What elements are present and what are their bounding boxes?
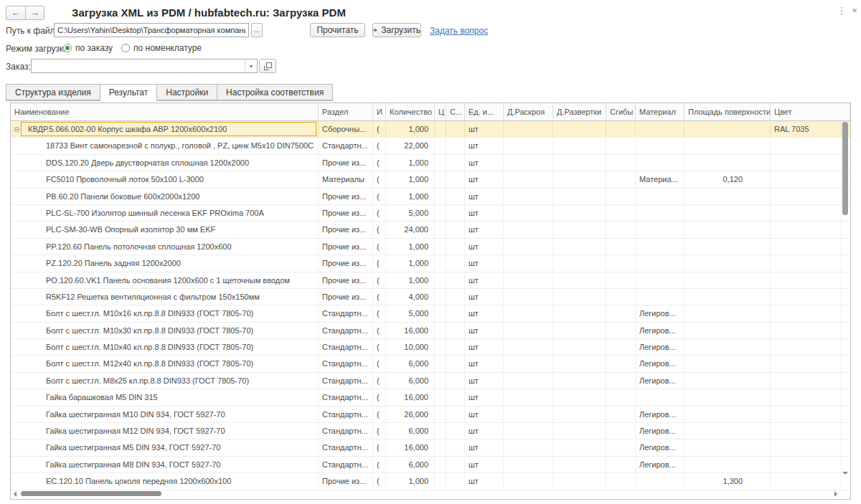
cell-material[interactable]	[636, 189, 684, 204]
cell-razvertka[interactable]	[553, 272, 606, 288]
table-row[interactable]: PZ.120.20 Панель задняя 1200х2000Прочие …	[11, 255, 850, 272]
cell-area[interactable]	[684, 255, 771, 271]
cell-sgiby[interactable]	[606, 389, 636, 405]
cell-raskroy[interactable]	[504, 272, 553, 288]
cell-c[interactable]	[435, 305, 446, 321]
cell-razdel[interactable]: Сборочны...	[319, 121, 373, 137]
cell-sgiby[interactable]	[606, 255, 636, 271]
cell-name[interactable]: Болт с шест.гл. М10х16 кл.пр.8.8 DIN933 …	[11, 305, 319, 321]
cell-qty[interactable]: 16,000	[386, 323, 435, 338]
cell-raskroy[interactable]	[504, 239, 553, 255]
cell-color[interactable]	[771, 323, 842, 338]
table-row[interactable]: Болт с шест.гл. М10х16 кл.пр.8.8 DIN933 …	[11, 305, 850, 322]
table-row[interactable]: PLC-SL-700 Изолятор шинный лесенка EKF P…	[11, 205, 850, 222]
cell-razvertka[interactable]	[553, 205, 606, 221]
cell-qty[interactable]: 6,000	[386, 457, 435, 472]
cell-raskroy[interactable]	[504, 171, 553, 187]
cell-razvertka[interactable]	[553, 138, 606, 153]
cell-s[interactable]	[446, 155, 465, 171]
horizontal-scrollbar-thumb[interactable]	[21, 491, 161, 496]
cell-raskroy[interactable]	[504, 457, 553, 472]
cell-razdel[interactable]: Стандартн...	[319, 423, 373, 439]
cell-izm[interactable]: (	[373, 239, 386, 255]
cell-razdel[interactable]: Стандартн...	[319, 339, 373, 355]
cell-c[interactable]	[435, 255, 446, 271]
cell-qty[interactable]: 6,000	[386, 373, 435, 389]
cell-name[interactable]: ⊖КВДР.5.066.002-00 Корпус шкафа АВР 1200…	[11, 121, 319, 137]
cell-material[interactable]	[636, 473, 684, 489]
cell-raskroy[interactable]	[504, 439, 553, 455]
cell-color[interactable]	[771, 423, 842, 439]
cell-s[interactable]	[446, 138, 465, 153]
table-row[interactable]: Болт с шест.гл. М10х40 кл.пр.8.8 DIN933 …	[11, 339, 850, 356]
cell-material[interactable]	[636, 272, 684, 288]
cell-raskroy[interactable]	[504, 255, 553, 271]
cell-izm[interactable]: (	[373, 373, 386, 389]
cell-c[interactable]	[435, 339, 446, 355]
cell-razdel[interactable]: Стандартн...	[319, 138, 373, 153]
cell-unit[interactable]: шт	[465, 155, 504, 171]
cell-razvertka[interactable]	[553, 423, 606, 439]
horizontal-scrollbar[interactable]	[11, 489, 840, 498]
cell-s[interactable]	[446, 457, 465, 472]
cell-c[interactable]	[435, 138, 446, 153]
cell-sgiby[interactable]	[606, 171, 636, 187]
column-header-c[interactable]: Ц	[435, 103, 446, 120]
column-header-sgiby[interactable]: Сгибы	[606, 103, 636, 120]
cell-izm[interactable]: (	[373, 323, 386, 338]
cell-unit[interactable]: шт	[465, 423, 504, 439]
chevron-down-icon[interactable]: ▾	[245, 60, 257, 72]
column-header-area[interactable]: Площадь поверхности	[684, 103, 771, 120]
column-header-s[interactable]: С...	[446, 103, 465, 120]
cell-s[interactable]	[446, 171, 465, 187]
cell-area[interactable]: 0,120	[684, 171, 771, 187]
cell-razdel[interactable]: Стандартн...	[319, 389, 373, 405]
cell-razvertka[interactable]	[553, 305, 606, 321]
back-button[interactable]: ←	[6, 6, 25, 20]
cell-raskroy[interactable]	[504, 373, 553, 389]
cell-izm[interactable]: (	[373, 457, 386, 472]
cell-sgiby[interactable]	[606, 457, 636, 472]
cell-sgiby[interactable]	[606, 356, 636, 371]
cell-material[interactable]: Легиров...	[636, 406, 684, 422]
cell-unit[interactable]: шт	[465, 439, 504, 455]
cell-material[interactable]: Легиров...	[636, 339, 684, 355]
cell-material[interactable]	[636, 389, 684, 405]
cell-izm[interactable]: (	[373, 356, 386, 371]
cell-s[interactable]	[446, 222, 465, 237]
cell-s[interactable]	[446, 255, 465, 271]
table-row[interactable]: 18733 Винт самонарезной с полукр., голов…	[11, 138, 850, 154]
cell-c[interactable]	[435, 356, 446, 371]
table-row[interactable]: PP.120.60 Панель потолочная сплошная 120…	[11, 239, 850, 255]
cell-razdel[interactable]: Стандартн...	[319, 373, 373, 389]
cell-color[interactable]	[771, 222, 842, 237]
cell-razdel[interactable]: Прочие из...	[319, 189, 373, 204]
cell-izm[interactable]: (	[373, 406, 386, 422]
table-row[interactable]: Болт с шест.гл. М8х25 кл.пр.8.8 DIN933 (…	[11, 373, 850, 389]
cell-raskroy[interactable]	[504, 339, 553, 355]
cell-sgiby[interactable]	[606, 406, 636, 422]
cell-sgiby[interactable]	[606, 473, 636, 489]
read-button[interactable]: Прочитать	[310, 23, 365, 37]
cell-izm[interactable]: (	[373, 305, 386, 321]
cell-qty[interactable]: 1,000	[386, 171, 435, 187]
vertical-scrollbar-thumb[interactable]	[842, 122, 848, 215]
cell-raskroy[interactable]	[504, 289, 553, 305]
cell-unit[interactable]: шт	[465, 457, 504, 472]
cell-qty[interactable]: 6,000	[386, 423, 435, 439]
cell-razvertka[interactable]	[553, 222, 606, 237]
cell-name[interactable]: R5KF12 Решетка вентиляционная с фильтром…	[11, 289, 319, 305]
cell-qty[interactable]: 24,000	[386, 222, 435, 237]
cell-color[interactable]	[771, 339, 842, 355]
cell-c[interactable]	[435, 373, 446, 389]
cell-razdel[interactable]: Прочие из...	[319, 272, 373, 288]
table-row[interactable]: R5KF12 Решетка вентиляционная с фильтром…	[11, 289, 850, 305]
scroll-right-arrow-icon[interactable]	[834, 491, 840, 497]
scroll-left-arrow-icon[interactable]	[11, 491, 17, 497]
cell-color[interactable]	[771, 138, 842, 153]
cell-unit[interactable]: шт	[465, 339, 504, 355]
cell-razdel[interactable]: Стандартн...	[319, 323, 373, 338]
cell-razdel[interactable]: Стандартн...	[319, 356, 373, 371]
cell-razdel[interactable]: Прочие из...	[319, 239, 373, 255]
cell-unit[interactable]: шт	[465, 222, 504, 237]
